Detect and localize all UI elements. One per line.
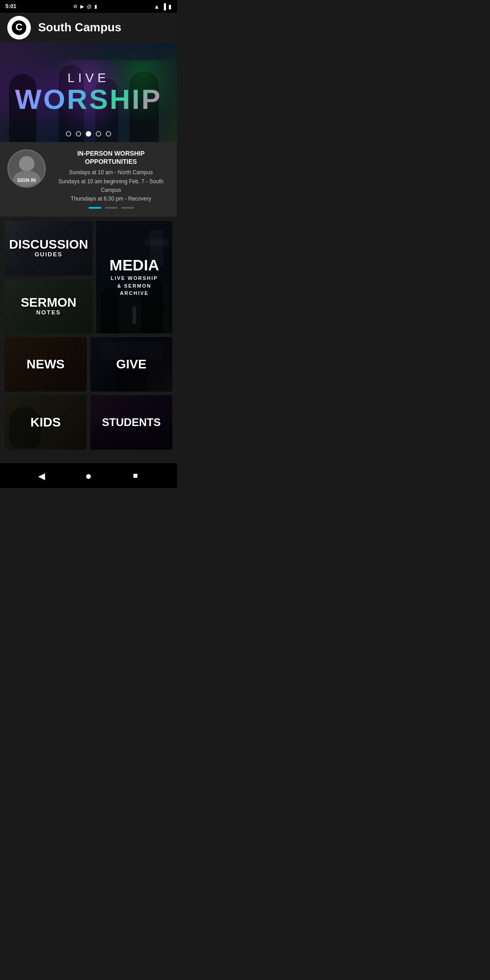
status-time: 5:01 — [5, 3, 16, 10]
indicator-1 — [88, 207, 101, 209]
give-label: GIVE — [90, 337, 172, 392]
media-main-text: MEDIA — [109, 257, 159, 273]
hero-text-block: LIVE WORSHIP — [15, 71, 162, 113]
indicator-3 — [121, 207, 134, 209]
spacer — [0, 454, 177, 463]
sermon-label: SERMON NOTES — [5, 279, 93, 333]
settings-icon: ⚙ — [73, 4, 78, 10]
info-line-3: Thursdays at 6:30 pm - Recovery — [52, 195, 170, 203]
grid-row-2: NEWS GIVE — [5, 337, 172, 392]
grid-row-1: DISCUSSION GUIDES SERMON NOTES — [5, 221, 172, 333]
dot-1[interactable] — [66, 131, 71, 137]
discussion-guides-button[interactable]: DISCUSSION GUIDES — [5, 221, 93, 275]
media-sub-text: LIVE WORSHIP& SERMONARCHIVE — [111, 274, 158, 297]
status-bar: 5:01 ⚙ ▶ @ ▮ ▲ ▐ ▮ — [0, 0, 177, 13]
info-line-1: Sundays at 10 am - North Campus — [52, 168, 170, 177]
grid-container: DISCUSSION GUIDES SERMON NOTES — [0, 216, 177, 454]
battery-icon: ▮ — [168, 3, 172, 10]
kids-button[interactable]: KIDS — [5, 395, 87, 450]
app-logo[interactable]: C — [7, 16, 31, 39]
card-icon: ▮ — [94, 4, 97, 10]
info-line-2: Sundays at 10 am beginning Feb. 7 - Sout… — [52, 177, 170, 195]
recents-button[interactable]: ■ — [129, 470, 142, 482]
media-button[interactable]: MEDIA LIVE WORSHIP& SERMONARCHIVE — [96, 221, 172, 333]
discussion-main-text: DISCUSSION — [9, 238, 88, 251]
status-right-icons: ▲ ▐ ▮ — [154, 3, 172, 10]
info-section: SIGN IN IN-PERSON WORSHIP OPPORTUNITIES … — [0, 142, 177, 216]
info-title: IN-PERSON WORSHIP OPPORTUNITIES — [52, 149, 170, 166]
students-button[interactable]: STUDENTS — [90, 395, 172, 450]
back-button[interactable]: ◀ — [35, 470, 48, 482]
hero-banner[interactable]: LIVE WORSHIP — [0, 42, 177, 142]
sign-in-label: SIGN IN — [17, 177, 36, 183]
hero-worship-text: WORSHIP — [15, 85, 162, 113]
wifi-icon: ▲ — [154, 3, 160, 10]
students-label: STUDENTS — [90, 395, 172, 450]
home-button[interactable]: ● — [82, 470, 95, 482]
give-button[interactable]: GIVE — [90, 337, 172, 392]
grid-left-col: DISCUSSION GUIDES SERMON NOTES — [5, 221, 93, 333]
status-icons: ⚙ ▶ @ ▮ — [73, 4, 97, 10]
hero-dots — [0, 131, 177, 137]
avatar-head — [19, 156, 34, 172]
info-details: Sundays at 10 am - North Campus Sundays … — [52, 168, 170, 203]
logo-icon: C — [11, 20, 27, 36]
dot-4[interactable] — [96, 131, 101, 137]
news-main-text: NEWS — [27, 358, 65, 371]
kids-label: KIDS — [5, 395, 87, 450]
info-text-block: IN-PERSON WORSHIP OPPORTUNITIES Sundays … — [52, 149, 170, 209]
sermon-notes-button[interactable]: SERMON NOTES — [5, 279, 93, 333]
sermon-sub-text: NOTES — [36, 309, 61, 317]
hero-live-text: LIVE — [15, 71, 162, 85]
dot-2[interactable] — [76, 131, 81, 137]
dot-3-active[interactable] — [86, 131, 91, 137]
svg-text:C: C — [15, 21, 23, 33]
bottom-navigation: ◀ ● ■ — [0, 463, 177, 488]
give-main-text: GIVE — [116, 358, 147, 371]
sermon-main-text: SERMON — [21, 296, 77, 309]
signal-icon: ▐ — [162, 3, 166, 10]
discussion-sub-text: GUIDES — [34, 251, 63, 259]
students-main-text: STUDENTS — [102, 417, 161, 428]
app-header: C South Campus — [0, 13, 177, 42]
dot-5[interactable] — [106, 131, 111, 137]
info-indicators — [52, 207, 170, 209]
news-button[interactable]: NEWS — [5, 337, 87, 392]
at-icon: @ — [87, 4, 92, 9]
kids-main-text: KIDS — [30, 416, 61, 429]
play-icon: ▶ — [80, 4, 84, 10]
app-title: South Campus — [38, 20, 121, 34]
media-label: MEDIA LIVE WORSHIP& SERMONARCHIVE — [96, 221, 172, 333]
indicator-2 — [105, 207, 118, 209]
news-label: NEWS — [5, 337, 87, 392]
grid-row-3: KIDS STUDENTS — [5, 395, 172, 450]
discussion-label: DISCUSSION GUIDES — [5, 221, 93, 275]
sign-in-button[interactable]: SIGN IN — [7, 149, 46, 188]
